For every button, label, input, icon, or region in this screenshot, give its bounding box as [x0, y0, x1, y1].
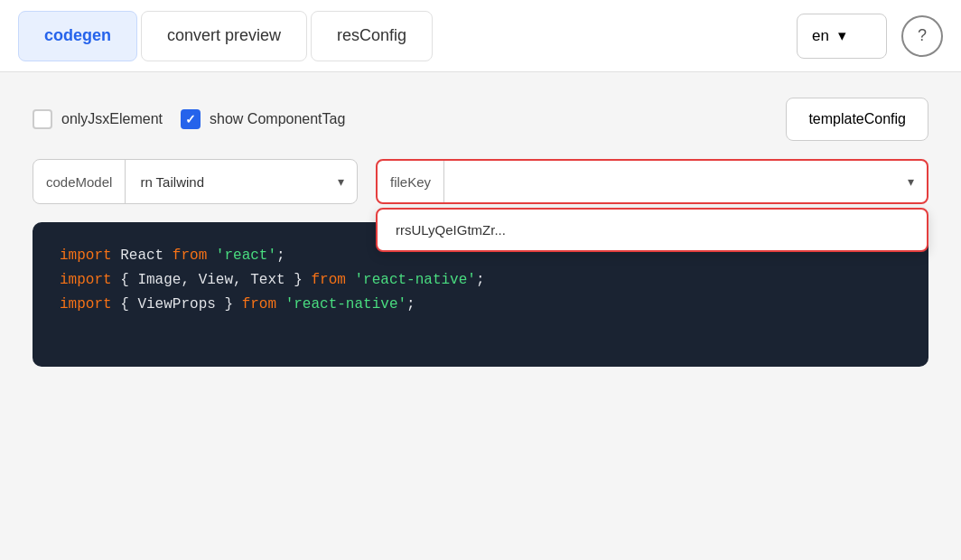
code-token: ; — [476, 268, 485, 293]
tab-resconfig-label: resConfig — [337, 26, 406, 45]
tab-codegen-label: codegen — [44, 26, 111, 45]
tab-codegen[interactable]: codegen — [18, 11, 137, 61]
file-key-chevron-icon: ▾ — [895, 174, 927, 189]
template-config-button[interactable]: templateConfig — [786, 98, 928, 141]
code-token: import — [60, 268, 112, 293]
chevron-down-icon: ▾ — [838, 26, 846, 45]
tab-resconfig[interactable]: resConfig — [311, 11, 433, 61]
file-key-dropdown-item-label: rrsULyQeIGtmZr... — [396, 222, 506, 238]
code-token: import — [60, 244, 112, 268]
lang-select[interactable]: en ▾ — [797, 14, 887, 59]
tab-convert-preview[interactable]: convert preview — [141, 11, 307, 61]
only-jsx-group: onlyJsxElement — [33, 109, 163, 129]
file-key-container: fileKey ▾ rrsULyQeIGtmZr... — [376, 159, 928, 204]
lang-value: en — [812, 27, 829, 45]
main-content: onlyJsxElement show ComponentTag templat… — [0, 72, 961, 560]
show-component-label: show ComponentTag — [210, 111, 345, 127]
code-model-chevron-icon: ▾ — [325, 174, 357, 189]
file-key-label-text: fileKey — [378, 161, 444, 202]
help-icon: ? — [918, 26, 927, 45]
code-token: 'react-native' — [285, 293, 406, 317]
code-model-label-text: codeModel — [33, 160, 126, 203]
code-token: 'react' — [216, 244, 276, 268]
code-token: { Image, View, Text } — [112, 268, 312, 293]
show-component-checkbox[interactable] — [181, 109, 201, 129]
options-row: onlyJsxElement show ComponentTag templat… — [33, 98, 928, 141]
code-token: React — [112, 244, 173, 268]
code-token — [207, 244, 216, 268]
code-token: { ViewProps } — [112, 293, 242, 317]
code-line-2: import { Image, View, Text } from 'react… — [60, 268, 901, 293]
code-token: 'react-native' — [354, 268, 475, 293]
file-key-dropdown: rrsULyQeIGtmZr... — [376, 208, 928, 252]
show-component-group: show ComponentTag — [181, 109, 345, 129]
code-token — [346, 268, 355, 293]
code-token: ; — [406, 293, 415, 317]
code-token — [276, 293, 285, 317]
code-line-3: import { ViewProps } from 'react-native'… — [60, 293, 901, 317]
code-token: from — [311, 268, 345, 293]
code-token: ; — [276, 244, 285, 268]
only-jsx-label: onlyJsxElement — [61, 111, 163, 127]
only-jsx-checkbox[interactable] — [33, 109, 52, 129]
code-model-select[interactable]: codeModel rn Tailwind ▾ — [33, 159, 358, 204]
tab-convert-preview-label: convert preview — [167, 26, 281, 45]
file-key-select[interactable]: fileKey ▾ — [376, 159, 928, 204]
file-key-input[interactable] — [444, 161, 895, 202]
help-button[interactable]: ? — [901, 15, 943, 57]
controls-row: codeModel rn Tailwind ▾ fileKey ▾ rrsULy… — [33, 159, 928, 204]
code-token: from — [173, 244, 207, 268]
code-token: import — [60, 293, 112, 317]
code-token: from — [242, 293, 276, 317]
code-model-value: rn Tailwind — [126, 174, 325, 190]
top-bar: codegen convert preview resConfig en ▾ ? — [0, 0, 961, 72]
template-config-label: templateConfig — [808, 111, 906, 127]
file-key-dropdown-item[interactable]: rrsULyQeIGtmZr... — [378, 210, 927, 250]
